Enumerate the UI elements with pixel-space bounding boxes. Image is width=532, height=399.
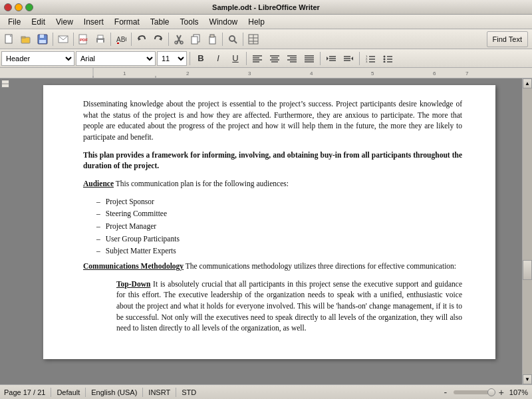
find-button[interactable] xyxy=(225,31,241,47)
insert-mode: INSRT xyxy=(148,388,170,396)
menu-help[interactable]: Help xyxy=(243,16,270,28)
list-item: – Project Sponsor xyxy=(96,196,462,207)
right-margin xyxy=(512,78,522,384)
list-item-text: Project Manager xyxy=(106,221,156,232)
menu-view[interactable]: View xyxy=(51,16,78,28)
new-button[interactable] xyxy=(1,31,17,47)
indent-less-button[interactable] xyxy=(323,51,339,66)
list-item: – User Group Participants xyxy=(96,233,462,245)
menu-insert[interactable]: Insert xyxy=(78,16,109,28)
minimize-button[interactable] xyxy=(15,3,23,11)
zoom-slider-thumb[interactable] xyxy=(487,388,495,396)
list-item: – Steering Committee xyxy=(96,208,462,219)
scroll-up-button[interactable]: ▲ xyxy=(523,78,532,88)
sep-fmt3 xyxy=(320,52,321,65)
svg-line-25 xyxy=(234,41,237,43)
svg-marker-15 xyxy=(159,37,162,41)
bullets-button[interactable] xyxy=(380,51,396,66)
open-button[interactable] xyxy=(18,31,34,47)
zoom-out-button[interactable]: - xyxy=(440,387,451,398)
svg-rect-21 xyxy=(192,37,198,44)
spellcheck-button[interactable]: ABC xyxy=(113,31,129,47)
topdown-label: Top-Down xyxy=(116,280,150,288)
align-left-button[interactable] xyxy=(249,51,265,66)
page-info: Page 17 / 21 xyxy=(4,388,45,396)
svg-text:1: 1 xyxy=(123,70,126,76)
list-item: – Subject Matter Experts xyxy=(96,245,462,257)
pdf-button[interactable]: PDF xyxy=(76,31,92,47)
cut-button[interactable] xyxy=(171,31,187,47)
separator4 xyxy=(131,33,132,46)
copy-button[interactable] xyxy=(188,31,203,47)
scroll-down-button[interactable]: ▼ xyxy=(523,374,532,384)
paste-button[interactable] xyxy=(204,31,220,47)
save-button[interactable] xyxy=(35,31,51,47)
paragraph-topdown: Top-Down It is absolutely crucial that a… xyxy=(116,279,462,334)
scroll-track[interactable] xyxy=(523,88,532,374)
title-bar: Sample.odt - LibreOffice Writer xyxy=(0,0,532,15)
separator5 xyxy=(168,33,169,46)
print-button[interactable] xyxy=(92,31,108,47)
zoom-slider-track[interactable] xyxy=(454,390,493,394)
menu-window[interactable]: Window xyxy=(204,16,243,28)
main-area: Disseminating knowledge about the projec… xyxy=(0,78,532,384)
menu-tools[interactable]: Tools xyxy=(175,16,204,28)
list-item-text: Steering Committee xyxy=(106,208,167,219)
sep-fmt1 xyxy=(190,52,190,65)
separator2 xyxy=(73,33,74,46)
window-controls[interactable] xyxy=(4,3,33,11)
document-container[interactable]: Disseminating knowledge about the projec… xyxy=(27,78,512,384)
font-size-select[interactable]: 11 xyxy=(157,51,187,66)
menu-format[interactable]: Format xyxy=(109,16,145,28)
undo-button[interactable] xyxy=(134,31,150,47)
close-button[interactable] xyxy=(4,3,12,11)
zoom-in-button[interactable]: + xyxy=(496,387,507,398)
email-button[interactable] xyxy=(55,31,71,47)
underline-button[interactable]: U xyxy=(227,51,243,66)
svg-marker-14 xyxy=(138,37,141,41)
sep-fmt4 xyxy=(359,52,360,65)
svg-text:7: 7 xyxy=(466,70,469,76)
svg-marker-49 xyxy=(327,57,329,61)
zoom-area: - + 107% xyxy=(440,387,528,398)
paragraph-2-text: This plan provides a framework for infor… xyxy=(83,151,462,170)
separator3 xyxy=(110,33,111,46)
svg-point-19 xyxy=(180,41,183,44)
insert-table-button[interactable] xyxy=(245,31,261,47)
svg-point-18 xyxy=(175,41,178,44)
topdown-text: It is absolutely crucial that all partic… xyxy=(116,280,462,332)
numbering-button[interactable]: 1.2.3. xyxy=(362,51,378,66)
svg-rect-3 xyxy=(21,37,25,38)
menu-file[interactable]: File xyxy=(3,16,26,28)
menu-edit[interactable]: Edit xyxy=(26,16,51,28)
font-name-select[interactable]: Arial xyxy=(76,51,156,66)
bold-button[interactable]: B xyxy=(193,51,209,66)
audience-label: Audience xyxy=(83,180,114,188)
ruler: 1 2 3 4 5 6 7 xyxy=(0,68,532,78)
redo-button[interactable] xyxy=(150,31,166,47)
align-center-button[interactable] xyxy=(267,51,283,66)
comm-method-label: Communications Methodology xyxy=(83,262,184,270)
zoom-level: 107% xyxy=(509,388,528,396)
svg-text:3: 3 xyxy=(248,70,251,76)
page-style: Default xyxy=(57,388,80,396)
justify-button[interactable] xyxy=(301,51,317,66)
svg-rect-6 xyxy=(39,40,46,43)
svg-text:5: 5 xyxy=(371,70,374,76)
svg-text:ABC: ABC xyxy=(116,36,126,43)
svg-point-64 xyxy=(384,61,386,63)
paragraph-style-select[interactable]: Header xyxy=(1,51,74,66)
italic-button[interactable]: I xyxy=(210,51,226,66)
audience-list: – Project Sponsor – Steering Committee –… xyxy=(96,196,462,257)
maximize-button[interactable] xyxy=(25,3,33,11)
audience-text: This communication plan is for the follo… xyxy=(116,180,289,188)
paragraph-2: This plan provides a framework for infor… xyxy=(83,150,462,172)
indent-more-button[interactable] xyxy=(340,51,356,66)
find-text-button[interactable]: Find Text xyxy=(487,31,528,47)
paragraph-1: Disseminating knowledge about the projec… xyxy=(83,98,462,143)
svg-rect-12 xyxy=(98,35,103,39)
align-right-button[interactable] xyxy=(284,51,300,66)
svg-text:4: 4 xyxy=(310,70,313,76)
scroll-thumb[interactable] xyxy=(523,260,532,280)
menu-table[interactable]: Table xyxy=(145,16,175,28)
